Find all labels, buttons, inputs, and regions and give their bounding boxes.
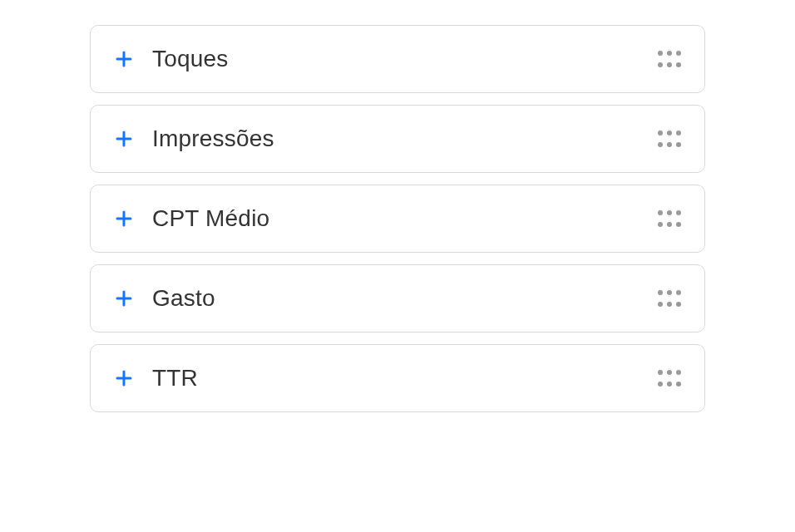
metric-label: Gasto xyxy=(152,285,215,312)
metric-label: Toques xyxy=(152,46,229,72)
drag-handle-icon[interactable] xyxy=(658,210,681,227)
plus-icon[interactable] xyxy=(114,288,134,308)
metric-label: Impressões xyxy=(152,126,274,152)
item-left-group: Gasto xyxy=(114,285,215,312)
list-item[interactable]: Gasto xyxy=(90,264,705,332)
list-item[interactable]: Impressões xyxy=(90,105,705,173)
metrics-list: Toques Impressões xyxy=(90,25,705,412)
drag-handle-icon[interactable] xyxy=(658,290,681,307)
plus-icon[interactable] xyxy=(114,368,134,388)
metric-label: TTR xyxy=(152,365,198,392)
plus-icon[interactable] xyxy=(114,129,134,149)
item-left-group: Toques xyxy=(114,46,229,72)
drag-handle-icon[interactable] xyxy=(658,370,681,387)
drag-handle-icon[interactable] xyxy=(658,51,681,67)
metric-label: CPT Médio xyxy=(152,205,269,232)
plus-icon[interactable] xyxy=(114,209,134,229)
plus-icon[interactable] xyxy=(114,49,134,69)
item-left-group: CPT Médio xyxy=(114,205,269,232)
list-item[interactable]: Toques xyxy=(90,25,705,93)
list-item[interactable]: CPT Médio xyxy=(90,185,705,253)
item-left-group: TTR xyxy=(114,365,198,392)
drag-handle-icon[interactable] xyxy=(658,131,681,147)
list-item[interactable]: TTR xyxy=(90,344,705,412)
item-left-group: Impressões xyxy=(114,126,274,152)
